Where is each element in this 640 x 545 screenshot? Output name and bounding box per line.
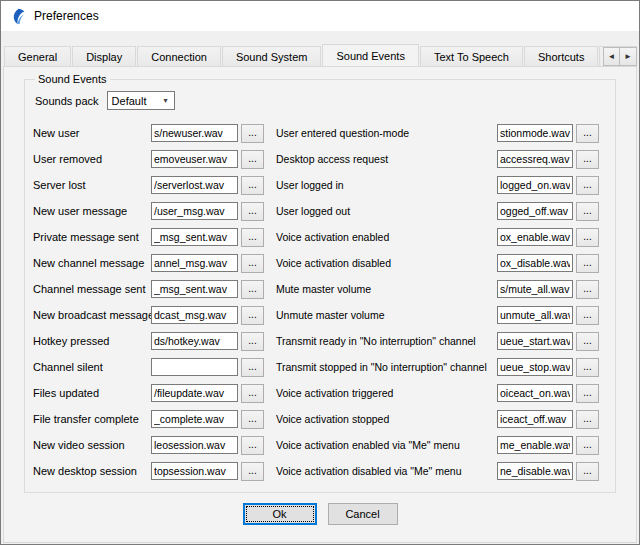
sound-file-input[interactable] bbox=[151, 306, 238, 324]
tabstrip: General Display Connection Sound System … bbox=[3, 44, 637, 67]
browse-button[interactable]: ... bbox=[576, 410, 599, 429]
event-label: New desktop session bbox=[33, 465, 151, 477]
event-label: User logged in bbox=[276, 179, 497, 191]
browse-button[interactable]: ... bbox=[241, 228, 264, 247]
sound-file-input[interactable] bbox=[497, 436, 573, 454]
event-label: Private message sent bbox=[33, 231, 151, 243]
event-row: Voice activation disabled via "Me" menu … bbox=[276, 458, 599, 484]
sound-file-input[interactable] bbox=[151, 462, 238, 480]
sounds-pack-row: Sounds pack Default ▾ bbox=[35, 91, 607, 110]
event-label: Server lost bbox=[33, 179, 151, 191]
sound-file-input[interactable] bbox=[497, 384, 573, 402]
event-row: Transmit stopped in "No interruption" ch… bbox=[276, 354, 599, 380]
browse-button[interactable]: ... bbox=[241, 254, 264, 273]
sound-file-input[interactable] bbox=[151, 228, 238, 246]
sound-file-input[interactable] bbox=[151, 254, 238, 272]
sound-file-input[interactable] bbox=[497, 280, 573, 298]
browse-button[interactable]: ... bbox=[241, 150, 264, 169]
cancel-button[interactable]: Cancel bbox=[328, 503, 398, 525]
browse-button[interactable]: ... bbox=[241, 436, 264, 455]
sound-file-input[interactable] bbox=[151, 176, 238, 194]
browse-button[interactable]: ... bbox=[576, 150, 599, 169]
browse-button[interactable]: ... bbox=[576, 202, 599, 221]
event-row: New channel message ... bbox=[33, 250, 264, 276]
sound-file-input[interactable] bbox=[151, 358, 238, 376]
sound-file-input[interactable] bbox=[151, 332, 238, 350]
sound-file-input[interactable] bbox=[151, 384, 238, 402]
tab-shortcuts[interactable]: Shortcuts bbox=[524, 46, 598, 66]
tab-sound-system[interactable]: Sound System bbox=[222, 46, 322, 66]
tab-scroll-control: ◄ ► bbox=[601, 47, 637, 66]
browse-button[interactable]: ... bbox=[576, 176, 599, 195]
event-label: Desktop access request bbox=[276, 153, 497, 165]
browse-button[interactable]: ... bbox=[576, 306, 599, 325]
sound-file-input[interactable] bbox=[151, 202, 238, 220]
sound-file-input[interactable] bbox=[151, 410, 238, 428]
sound-file-input[interactable] bbox=[497, 462, 573, 480]
browse-button[interactable]: ... bbox=[576, 280, 599, 299]
event-row: Unmute master volume ... bbox=[276, 302, 599, 328]
sound-file-input[interactable] bbox=[497, 254, 573, 272]
sound-file-input[interactable] bbox=[151, 280, 238, 298]
sound-file-input[interactable] bbox=[151, 124, 238, 142]
browse-button[interactable]: ... bbox=[241, 176, 264, 195]
event-row: Channel silent ... bbox=[33, 354, 264, 380]
browse-button[interactable]: ... bbox=[241, 306, 264, 325]
sounds-pack-label: Sounds pack bbox=[35, 95, 99, 107]
tab-text-to-speech[interactable]: Text To Speech bbox=[420, 46, 523, 66]
tab-connection[interactable]: Connection bbox=[137, 46, 221, 66]
titlebar: Preferences bbox=[1, 1, 639, 31]
event-row: New user ... bbox=[33, 120, 264, 146]
sound-file-input[interactable] bbox=[497, 358, 573, 376]
event-row: Private message sent ... bbox=[33, 224, 264, 250]
event-label: New user bbox=[33, 127, 151, 139]
sound-file-input[interactable] bbox=[151, 150, 238, 168]
browse-button[interactable]: ... bbox=[576, 384, 599, 403]
tab-display[interactable]: Display bbox=[72, 46, 136, 66]
browse-button[interactable]: ... bbox=[576, 228, 599, 247]
sound-file-input[interactable] bbox=[497, 306, 573, 324]
sounds-pack-combobox[interactable]: Default ▾ bbox=[107, 91, 175, 110]
sound-file-input[interactable] bbox=[497, 202, 573, 220]
event-label: New broadcast message bbox=[33, 309, 151, 321]
browse-button[interactable]: ... bbox=[241, 462, 264, 481]
sound-file-input[interactable] bbox=[497, 150, 573, 168]
ok-button[interactable]: Ok bbox=[243, 503, 317, 525]
browse-button[interactable]: ... bbox=[576, 124, 599, 143]
sound-file-input[interactable] bbox=[497, 332, 573, 350]
browse-button[interactable]: ... bbox=[576, 436, 599, 455]
sounds-pack-value: Default bbox=[108, 95, 158, 107]
browse-button[interactable]: ... bbox=[241, 280, 264, 299]
tab-scroll-right-icon[interactable]: ► bbox=[620, 47, 637, 66]
browse-button[interactable]: ... bbox=[241, 410, 264, 429]
chevron-down-icon: ▾ bbox=[158, 96, 174, 105]
browse-button[interactable]: ... bbox=[576, 358, 599, 377]
browse-button[interactable]: ... bbox=[241, 358, 264, 377]
tab-general[interactable]: General bbox=[4, 46, 71, 66]
sound-file-input[interactable] bbox=[497, 176, 573, 194]
browse-button[interactable]: ... bbox=[241, 202, 264, 221]
browse-button[interactable]: ... bbox=[576, 462, 599, 481]
event-row: File transfer complete ... bbox=[33, 406, 264, 432]
browse-button[interactable]: ... bbox=[241, 384, 264, 403]
event-row: Voice activation enabled ... bbox=[276, 224, 599, 250]
event-label: User logged out bbox=[276, 205, 497, 217]
event-row: User removed ... bbox=[33, 146, 264, 172]
event-row: Voice activation triggered ... bbox=[276, 380, 599, 406]
browse-button[interactable]: ... bbox=[576, 332, 599, 351]
sound-file-input[interactable] bbox=[497, 228, 573, 246]
groupbox-title: Sound Events bbox=[35, 73, 110, 85]
sound-file-input[interactable] bbox=[497, 124, 573, 142]
browse-button[interactable]: ... bbox=[241, 332, 264, 351]
event-label: Files updated bbox=[33, 387, 151, 399]
browse-button[interactable]: ... bbox=[241, 124, 264, 143]
tab-scroll-left-icon[interactable]: ◄ bbox=[603, 47, 620, 66]
browse-button[interactable]: ... bbox=[576, 254, 599, 273]
sound-events-groupbox: Sound Events Sounds pack Default ▾ New u… bbox=[24, 73, 616, 493]
tab-sound-events[interactable]: Sound Events bbox=[322, 44, 419, 67]
event-row: Voice activation disabled ... bbox=[276, 250, 599, 276]
sound-file-input[interactable] bbox=[497, 410, 573, 428]
sound-file-input[interactable] bbox=[151, 436, 238, 454]
event-row: User entered question-mode ... bbox=[276, 120, 599, 146]
dialog-buttons: Ok Cancel bbox=[4, 503, 636, 525]
